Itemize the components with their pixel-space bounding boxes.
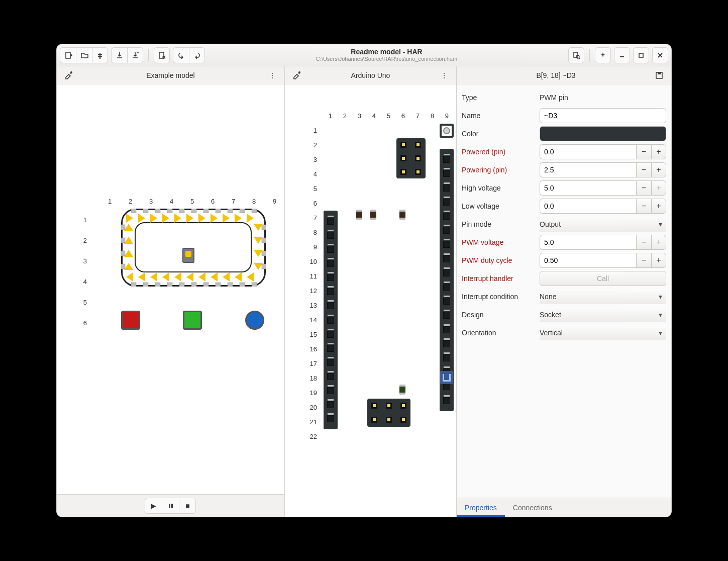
col-label: 2 [338,112,352,120]
svg-rect-15 [143,209,148,213]
right-pane-tabs: Properties Connections [457,498,671,517]
pin-strip-left[interactable] [324,211,338,429]
search-button[interactable] [568,47,584,63]
smd-1[interactable] [356,210,362,220]
highv-input[interactable] [540,180,636,196]
plugin-button[interactable] [92,47,108,63]
close-button[interactable] [652,47,668,63]
lowv-label: Low voltage [462,202,535,210]
maximize-button[interactable] [633,47,649,63]
led-blue[interactable] [245,311,264,330]
smd-3[interactable] [399,210,405,220]
save-props-button[interactable] [651,67,667,83]
pwmd-input[interactable] [540,253,636,268]
row-label: 5 [77,295,91,316]
svg-rect-28 [167,283,172,287]
row-label: 8 [305,225,321,240]
lowv-input[interactable] [540,199,636,214]
irq-call-button[interactable]: Call [540,271,666,286]
powered-label: Powered (pin) [462,148,535,156]
highv-label: High voltage [462,184,535,192]
save-as-button[interactable] [127,47,143,63]
row-label: 2 [77,233,91,254]
irqc-select[interactable]: None [540,289,666,304]
redo-button[interactable] [189,47,205,63]
powering-label: Powering (pin) [462,166,535,174]
powering-minus[interactable]: − [636,162,651,177]
svg-rect-38 [121,251,125,256]
svg-rect-17 [167,209,172,213]
lowv-plus[interactable]: + [651,199,666,214]
col-label: 4 [161,198,182,205]
svg-rect-30 [191,283,196,287]
svg-rect-31 [203,283,209,287]
left-pane-canvas[interactable]: 1 2 3 4 5 6 7 8 9 1 2 3 4 5 6 [57,84,284,494]
new-file-button[interactable] [60,47,76,63]
undo-button[interactable] [173,47,189,63]
minimize-button[interactable] [614,47,630,63]
row-label: 5 [305,181,321,196]
tab-connections[interactable]: Connections [505,498,560,517]
selected-pin[interactable] [440,371,453,384]
powering-input[interactable] [540,162,636,177]
svg-rect-40 [262,225,266,230]
col-label: 6 [202,198,223,205]
svg-rect-29 [179,283,184,287]
col-label: 8 [244,198,264,205]
pinmode-select[interactable]: Output [540,217,666,232]
irqc-label: Interrupt condition [462,293,535,301]
smd-2[interactable] [370,210,376,220]
row-label: 6 [77,316,91,336]
left-pane-menu-button[interactable]: ⋮ [264,67,280,83]
mid-pane-menu-button[interactable]: ⋮ [436,67,452,83]
main-area: Example model ⋮ 1 2 3 4 5 6 7 8 9 1 2 [57,66,671,517]
cargo-item[interactable] [182,248,194,263]
smd-led[interactable] [399,385,405,395]
row-label: 4 [77,274,91,295]
pwmv-input[interactable] [540,235,636,250]
powered-minus[interactable]: − [636,144,651,159]
row-label: 21 [305,415,321,429]
left-pane-tool-icon[interactable] [61,67,77,83]
pwmd-minus[interactable]: − [636,253,651,268]
row-label: 12 [305,284,321,298]
powering-plus[interactable]: + [651,162,666,177]
play-button[interactable]: ▶ [145,498,162,514]
svg-rect-24 [252,209,257,213]
titlebar: Readme model - HAR C:\Users\Johannes\Sou… [57,44,671,66]
lowv-minus[interactable]: − [636,199,651,214]
pwmv-minus[interactable]: − [636,235,651,250]
pwmv-label: PWM voltage [462,238,535,246]
open-file-button[interactable] [76,47,92,63]
row-label: 10 [305,254,321,269]
tab-properties[interactable]: Properties [457,498,505,517]
name-input[interactable] [540,108,666,123]
powered-input[interactable] [540,144,636,159]
led-red[interactable] [121,311,140,330]
powered-plus[interactable]: + [651,144,666,159]
highv-minus[interactable]: − [636,180,651,196]
color-picker[interactable] [540,126,666,141]
crystal-icon[interactable] [440,124,454,138]
screenshot-button[interactable] [154,47,170,63]
svg-rect-27 [155,283,160,287]
ic-bottom[interactable] [367,399,410,427]
svg-rect-26 [143,283,148,287]
design-select[interactable]: Socket [540,307,666,322]
orient-select[interactable]: Vertical [540,325,666,340]
mid-pane-canvas[interactable]: 1 2 3 4 5 6 7 8 9 1234567891011121314151… [285,84,456,517]
svg-rect-43 [262,264,266,269]
save-button[interactable] [111,47,127,63]
stop-button[interactable]: ■ [179,498,196,514]
col-label: 3 [352,112,367,120]
ic-top[interactable] [396,138,426,178]
row-label: 15 [305,327,321,342]
led-green[interactable] [183,311,202,330]
pwmd-plus[interactable]: + [651,253,666,268]
svg-rect-20 [203,209,209,213]
ai-sparkle-button[interactable] [595,47,611,63]
svg-rect-33 [228,283,233,287]
window-title: Readme model - HAR [205,48,568,56]
mid-pane-tool-icon[interactable] [289,67,305,83]
step-button[interactable] [162,498,179,514]
